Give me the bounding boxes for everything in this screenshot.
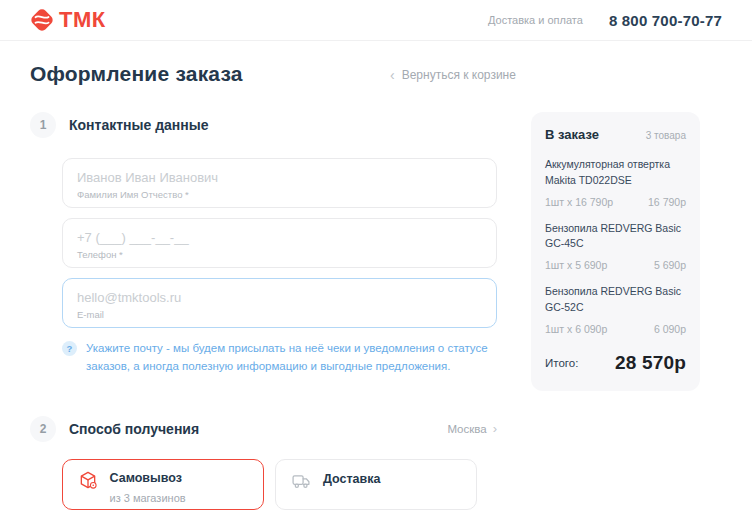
- chevron-left-icon: ‹: [390, 68, 395, 82]
- truck-icon: [291, 471, 311, 495]
- back-to-cart-label: Вернуться к корзине: [402, 68, 516, 82]
- package-box-icon: [78, 470, 98, 494]
- order-item-qty: 1шт x 5 690р: [545, 259, 607, 271]
- phone-input[interactable]: [77, 230, 482, 245]
- delivery-option[interactable]: Доставка: [275, 459, 477, 510]
- phone-label: Телефон *: [77, 249, 482, 260]
- back-to-cart-link[interactable]: ‹ Вернуться к корзине: [390, 68, 516, 82]
- order-summary: В заказе 3 товара Аккумуляторная отвертк…: [531, 112, 700, 391]
- step-2-badge: 2: [30, 416, 56, 442]
- delivery-and-payment-link[interactable]: Доставка и оплата: [488, 14, 583, 26]
- step-1-title: Контактные данные: [69, 117, 208, 133]
- email-label: E-mail: [77, 309, 482, 320]
- tmk-diamond-icon: [30, 7, 54, 33]
- step-delivery-method: 2 Способ получения Москва ›: [30, 416, 497, 510]
- header: ТМК Доставка и оплата 8 800 700-70-77: [0, 0, 752, 41]
- step-contact-details: 1 Контактные данные Фамилия Имя Отчество…: [30, 112, 497, 376]
- phone-field[interactable]: Телефон *: [62, 218, 497, 268]
- order-item: Аккумуляторная отвертка Makita TD022DSE …: [545, 157, 686, 208]
- logo[interactable]: ТМК: [30, 7, 106, 33]
- full-name-field[interactable]: Фамилия Имя Отчество *: [62, 158, 497, 208]
- full-name-input[interactable]: [77, 170, 482, 185]
- page-title: Оформление заказа: [30, 62, 722, 86]
- email-input[interactable]: [77, 290, 482, 305]
- phone-number: 8 800 700-70-77: [609, 12, 722, 29]
- step-1-badge: 1: [30, 112, 56, 138]
- order-total-value: 28 570р: [615, 352, 686, 374]
- full-name-label: Фамилия Имя Отчество *: [77, 189, 482, 200]
- pickup-option-title: Самовывоз: [110, 471, 186, 485]
- chevron-right-icon: ›: [493, 421, 497, 436]
- email-field[interactable]: E-mail: [62, 278, 497, 328]
- order-item-name: Аккумуляторная отвертка Makita TD022DSE: [545, 157, 686, 189]
- step-2-title: Способ получения: [69, 421, 199, 437]
- order-total-label: Итого:: [545, 357, 578, 369]
- order-item-price: 6 090р: [654, 323, 686, 335]
- email-hint-text: Укажите почту - мы будем присылать на не…: [86, 340, 502, 376]
- order-item-name: Бензопила REDVERG Basic GC-52C: [545, 284, 686, 316]
- question-circle-icon: ?: [62, 341, 77, 356]
- email-hint: ? Укажите почту - мы будем присылать на …: [62, 340, 502, 376]
- order-items-count: 3 товара: [646, 130, 686, 141]
- delivery-option-title: Доставка: [323, 472, 380, 486]
- order-summary-title: В заказе: [545, 127, 599, 142]
- order-item-qty: 1шт x 16 790р: [545, 196, 613, 208]
- city-selector[interactable]: Москва ›: [447, 421, 497, 436]
- order-item: Бензопила REDVERG Basic GC-45C 1шт x 5 6…: [545, 221, 686, 272]
- city-label: Москва: [447, 423, 486, 435]
- order-item-qty: 1шт x 6 090р: [545, 323, 607, 335]
- order-item-price: 5 690р: [654, 259, 686, 271]
- logo-text: ТМК: [59, 7, 106, 33]
- order-item-price: 16 790р: [648, 196, 686, 208]
- pickup-option-subtitle: из 3 магазинов: [110, 492, 186, 504]
- pickup-option[interactable]: Самовывоз из 3 магазинов: [62, 459, 264, 510]
- order-item-name: Бензопила REDVERG Basic GC-45C: [545, 221, 686, 253]
- order-item: Бензопила REDVERG Basic GC-52C 1шт x 6 0…: [545, 284, 686, 335]
